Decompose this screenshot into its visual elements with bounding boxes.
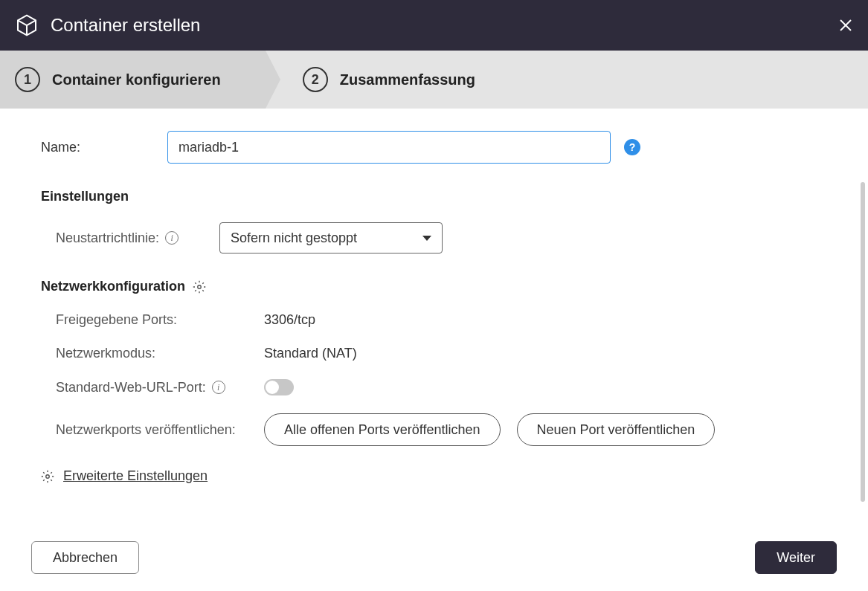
name-row: Name: ?: [41, 131, 827, 164]
web-url-port-label-text: Standard-Web-URL-Port:: [56, 380, 206, 395]
gear-icon[interactable]: [193, 280, 206, 294]
svg-point-2: [198, 285, 202, 288]
dialog-footer: Abbrechen Weiter: [0, 524, 868, 591]
form-content: Name: ? Einstellungen Neustartrichtlinie…: [0, 109, 868, 524]
info-icon[interactable]: i: [165, 231, 179, 245]
wizard-steps: 1 Container konfigurieren 2 Zusammenfass…: [0, 51, 868, 109]
scrollbar-thumb[interactable]: [861, 182, 865, 502]
exposed-ports-value: 3306/tcp: [264, 312, 315, 328]
settings-header-text: Einstellungen: [41, 189, 129, 204]
help-icon[interactable]: ?: [624, 139, 640, 155]
dialog-title: Container erstellen: [51, 15, 200, 36]
restart-policy-label: Neustartrichtlinie: i: [56, 230, 219, 246]
dialog-header: Container erstellen: [0, 0, 868, 51]
restart-policy-row: Neustartrichtlinie: i Sofern nicht gesto…: [56, 222, 827, 253]
step-label: Container konfigurieren: [52, 71, 221, 88]
publish-all-label: Alle offenen Ports veröffentlichen: [284, 422, 480, 438]
step-summary[interactable]: 2 Zusammenfassung: [266, 67, 475, 92]
step-label: Zusammenfassung: [340, 71, 475, 88]
restart-policy-value: Sofern nicht gestoppt: [231, 230, 357, 246]
step-number: 1: [15, 67, 40, 92]
network-header: Netzwerkkonfiguration: [41, 279, 827, 294]
scrollbar[interactable]: [861, 182, 865, 502]
publish-ports-buttons: Alle offenen Ports veröffentlichen Neuen…: [264, 413, 715, 446]
info-icon[interactable]: i: [212, 381, 225, 394]
name-label: Name:: [41, 140, 167, 155]
publish-ports-label: Netzwerkports veröffentlichen:: [56, 422, 264, 438]
gear-icon: [41, 470, 54, 483]
web-url-port-toggle[interactable]: [264, 379, 294, 395]
step-configure[interactable]: 1 Container konfigurieren: [0, 51, 266, 109]
exposed-ports-label: Freigegebene Ports:: [56, 312, 264, 328]
cancel-label: Abbrechen: [53, 550, 118, 566]
cancel-button[interactable]: Abbrechen: [31, 541, 139, 574]
exposed-ports-row: Freigegebene Ports: 3306/tcp: [56, 312, 827, 328]
cube-icon: [15, 13, 39, 37]
next-button[interactable]: Weiter: [755, 541, 837, 574]
web-url-port-row: Standard-Web-URL-Port: i: [56, 379, 827, 395]
restart-policy-label-text: Neustartrichtlinie:: [56, 230, 159, 246]
name-input[interactable]: [167, 131, 611, 164]
settings-header: Einstellungen: [41, 189, 827, 204]
publish-new-button[interactable]: Neuen Port veröffentlichen: [517, 413, 716, 446]
network-mode-label: Netzwerkmodus:: [56, 346, 264, 361]
advanced-settings-text: Erweiterte Einstellungen: [63, 468, 208, 484]
network-mode-value: Standard (NAT): [264, 346, 357, 361]
chevron-down-icon: [422, 236, 431, 241]
network-mode-row: Netzwerkmodus: Standard (NAT): [56, 346, 827, 361]
next-label: Weiter: [777, 550, 815, 566]
publish-ports-row: Netzwerkports veröffentlichen: Alle offe…: [56, 413, 827, 446]
advanced-settings-link[interactable]: Erweiterte Einstellungen: [41, 468, 827, 484]
step-number: 2: [303, 67, 328, 92]
close-icon[interactable]: [837, 16, 855, 34]
network-header-text: Netzwerkkonfiguration: [41, 279, 185, 294]
svg-point-3: [46, 474, 50, 478]
restart-policy-select[interactable]: Sofern nicht gestoppt: [219, 222, 443, 253]
publish-all-button[interactable]: Alle offenen Ports veröffentlichen: [264, 413, 501, 446]
web-url-port-label: Standard-Web-URL-Port: i: [56, 380, 264, 395]
publish-new-label: Neuen Port veröffentlichen: [537, 422, 695, 438]
